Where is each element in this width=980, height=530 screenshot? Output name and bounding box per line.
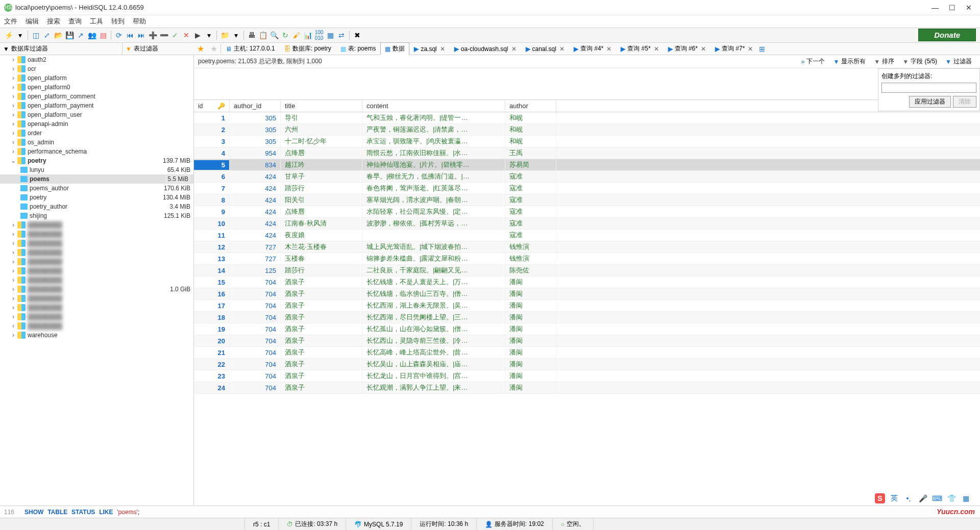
tab-query-canal[interactable]: ▶canal.sql✕ — [521, 43, 569, 55]
tree-db-warehouse[interactable]: › warehouse — [0, 331, 193, 340]
table-row[interactable]: 9424点绛唇水陌轻寒，社公雨足东风慢。|定…寇准 — [194, 206, 980, 218]
save-icon[interactable]: 💾 — [65, 31, 74, 40]
tree-db-item[interactable]: ›os_admin — [0, 138, 193, 147]
menu-goto[interactable]: 转到 — [111, 17, 125, 26]
table-row[interactable]: 4954点绛唇雨恨云愁，江南依旧称佳丽。|水…王禹 — [194, 147, 980, 159]
menu-search[interactable]: 搜索 — [47, 17, 60, 26]
favorite-star-gray-icon[interactable]: ★ — [207, 44, 220, 54]
tree-table-item[interactable]: shijing125.1 KiB — [0, 211, 193, 220]
table-row[interactable]: 23704酒泉子长忆龙山，日月宫中谁得到。|宫…潘阆 — [194, 370, 980, 382]
logs-icon[interactable]: ▤ — [99, 31, 108, 40]
tree-db-blurred[interactable]: ›████████ — [0, 303, 193, 312]
filter-text-area[interactable] — [194, 68, 980, 100]
table-row[interactable]: 6424甘草子春早。|柳丝无力，低拂清门道。|…寇准 — [194, 171, 980, 183]
tree-db-poetry[interactable]: ⌄ poetry 139.7 MiB — [0, 156, 193, 165]
table-row[interactable]: 18704酒泉子长忆西湖，尽日凭阑楼上望。|三…潘阆 — [194, 312, 980, 323]
show-all-button[interactable]: ▼显示所有 — [829, 57, 870, 66]
tree-db-blurred[interactable]: ›████████ — [0, 248, 193, 257]
menu-tools[interactable]: 工具 — [90, 17, 103, 26]
brush-icon[interactable]: 🖌 — [292, 31, 301, 40]
remove-icon[interactable]: ➖ — [159, 31, 168, 40]
refresh-icon[interactable]: ⟳ — [114, 31, 124, 40]
table-row[interactable]: 7424踏莎行春色将阑，莺声渐老。|红英落尽…寇准 — [194, 183, 980, 194]
table-row[interactable]: 10424江南春·秋风清波渺渺，柳依依。|孤村芳草远，…寇准 — [194, 218, 980, 230]
table-row[interactable]: 16704酒泉子长忆钱塘，临水傍山三百寺。|僧…潘阆 — [194, 288, 980, 300]
table-row[interactable]: 2305六州严夜警，铜莲漏迟迟。|清禁肃，…和岘 — [194, 124, 980, 136]
table-row[interactable]: 1305导引气和玉烛，睿化著鸿明。|缇管一…和岘 — [194, 112, 980, 124]
menu-file[interactable]: 文件 — [4, 17, 17, 26]
ime-grid-icon[interactable]: ▦ — [961, 493, 971, 503]
close-icon[interactable]: ✕ — [606, 45, 611, 53]
add-icon[interactable]: ➕ — [148, 31, 157, 40]
filter-button[interactable]: ▼过滤器 — [941, 57, 976, 66]
col-id[interactable]: id🔑 — [194, 100, 230, 112]
sidebar[interactable]: ›oauth2›ocr›open_platform›open_platform0… — [0, 55, 194, 506]
tab-query-6[interactable]: ▶查询 #6*✕ — [664, 42, 710, 55]
close-icon[interactable]: ✕ — [440, 45, 445, 53]
users-icon[interactable]: 👥 — [87, 31, 96, 40]
favorite-star-icon[interactable]: ★ — [194, 44, 207, 54]
reload-icon[interactable]: ↻ — [281, 31, 290, 40]
tab-query-4[interactable]: ▶查询 #4*✕ — [569, 42, 616, 55]
tab-query-za[interactable]: ▶za.sql✕ — [409, 43, 449, 55]
db-filter-label[interactable]: 数据库过滤器 — [11, 44, 48, 53]
tab-data[interactable]: ▦数据 — [380, 42, 409, 55]
last-icon[interactable]: ⏭ — [137, 31, 146, 40]
tree-db-blurred[interactable]: ›████████ — [0, 239, 193, 248]
table-row[interactable]: 8424阳关引塞草烟光阔，渭水波声咽。|春朝…寇准 — [194, 194, 980, 206]
filter-input[interactable] — [881, 83, 976, 93]
tree-db-item[interactable]: ›open_platform_comment — [0, 92, 193, 101]
tree-table-item[interactable]: poems5.5 MiB — [0, 174, 193, 184]
print-icon[interactable]: 🖶 — [247, 31, 256, 40]
menu-query[interactable]: 查询 — [68, 17, 82, 26]
run-icon[interactable]: ▶ — [193, 31, 202, 40]
table-row[interactable]: 11424夜度娘寇准 — [194, 230, 980, 241]
tree-table-item[interactable]: poetry130.4 MiB — [0, 193, 193, 202]
tree-db-blurred[interactable]: ›████████ — [0, 266, 193, 275]
tree-db-blurred[interactable]: ›████████1.0 GiB — [0, 285, 193, 294]
tree-db-blurred[interactable]: ›████████ — [0, 230, 193, 239]
close-icon[interactable]: ✕ — [559, 45, 565, 53]
new-window-icon[interactable]: ◫ — [31, 31, 40, 40]
ime-punct-icon[interactable]: •, — [903, 493, 914, 503]
tree-db-blurred[interactable]: ›████████ — [0, 321, 193, 331]
close-icon[interactable]: ✕ — [701, 45, 706, 53]
tab-database[interactable]: 🗄数据库: poetry — [280, 42, 336, 55]
table-row[interactable]: 19704酒泉子长忆孤山，山在湖心如黛簇。|僧…潘阆 — [194, 323, 980, 335]
table-row[interactable]: 5834越江吟神仙神仙瑶池宴。|片片。|碧桃零…苏易简 — [194, 159, 980, 171]
fields-button[interactable]: ▼字段 (5/5) — [898, 57, 941, 66]
table-row[interactable]: 13727玉楼春锦箨参差朱槛曲。|露濯文犀和粉…钱惟演 — [194, 253, 980, 265]
clear-filter-button[interactable]: 清除 — [953, 96, 976, 108]
folder-icon[interactable]: 📁 — [220, 31, 229, 40]
close-icon[interactable]: ✕ — [748, 45, 753, 53]
apply-icon[interactable]: ✓ — [170, 31, 180, 40]
first-icon[interactable]: ⏮ — [126, 31, 135, 40]
table-icons-icon[interactable]: ▦ — [326, 31, 335, 40]
table-row[interactable]: 14125踏莎行二社良辰，千家庭院。|翩翩又见…陈尧佐 — [194, 265, 980, 276]
apply-filter-button[interactable]: 应用过滤器 — [909, 96, 951, 108]
binary-icon[interactable]: 100010 — [314, 31, 324, 40]
ime-skin-icon[interactable]: 👕 — [946, 493, 957, 503]
tab-query-7[interactable]: ▶查询 #7*✕ — [710, 42, 757, 55]
table-row[interactable]: 24704酒泉子长忆观潮，满郭人争江上望。|来…潘阆 — [194, 382, 980, 394]
run-dropdown-icon[interactable]: ▾ — [204, 31, 213, 40]
open-icon[interactable]: 📂 — [54, 31, 63, 40]
sort-button[interactable]: ▼排序 — [870, 57, 898, 66]
tree-db-item[interactable]: ›open_platform_user — [0, 110, 193, 119]
col-author[interactable]: author — [505, 100, 556, 112]
close-button[interactable]: ✕ — [966, 4, 972, 12]
sogou-icon[interactable]: S — [875, 493, 885, 503]
tree-db-blurred[interactable]: ›████████ — [0, 275, 193, 285]
table-row[interactable]: 15704酒泉子长忆钱塘，不是人寰是天上。|万…潘阆 — [194, 276, 980, 288]
tree-db-item[interactable]: ›oauth2 — [0, 55, 193, 64]
folder-dropdown-icon[interactable]: ▾ — [231, 31, 240, 40]
tree-db-blurred[interactable]: ›████████ — [0, 294, 193, 303]
tree-db-item[interactable]: ›performance_schema — [0, 147, 193, 156]
tab-table[interactable]: ▦表: poems — [336, 42, 381, 55]
minimize-button[interactable]: — — [932, 4, 939, 12]
col-title[interactable]: title — [281, 100, 362, 112]
col-content[interactable]: content — [362, 100, 505, 112]
import-icon[interactable]: ↗ — [76, 31, 85, 40]
tree-table-item[interactable]: poems_author170.6 KiB — [0, 184, 193, 193]
cancel-icon[interactable]: ✕ — [182, 31, 191, 40]
